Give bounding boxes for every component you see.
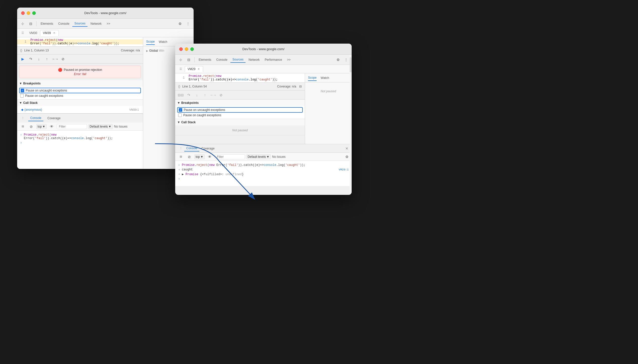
checkbox-uncaught-2[interactable]: ✓	[179, 108, 182, 112]
watch-tab-1[interactable]: Watch	[159, 39, 167, 45]
console-filter-1[interactable]	[57, 124, 87, 129]
maximize-button-1[interactable]	[32, 11, 36, 15]
callstack-diamond-1: ◆	[21, 108, 23, 111]
coverage-tab-1[interactable]: Coverage	[45, 115, 63, 121]
device-icon-2[interactable]: ⊟	[185, 56, 192, 63]
format-icon-2[interactable]: {}	[178, 85, 180, 88]
step-btn-2[interactable]: →→	[209, 92, 217, 99]
scope-tab-2[interactable]: Scope	[308, 75, 317, 81]
more-icon-2[interactable]: ⋮	[343, 56, 350, 63]
inspect-icon-2[interactable]: ⊹	[177, 56, 184, 63]
debugger-toolbar-2: ⊟⊟ ↷ ↓ ↑ →→ ⊘	[175, 90, 305, 100]
console-panel-icon-1[interactable]: ⊟	[19, 123, 26, 130]
resume-btn-2[interactable]: ↷	[185, 92, 192, 99]
callstack-header-1[interactable]: ▼ Call Stack	[17, 100, 143, 106]
file-tab-vm39-close[interactable]: ✕	[52, 31, 56, 35]
scope-arrow-1: ▶	[146, 49, 148, 52]
tab-elements-1[interactable]: Elements	[39, 21, 55, 26]
checkbox-caught-1[interactable]	[20, 94, 24, 98]
close-button-1[interactable]	[21, 11, 25, 15]
sidebar-toggle-2[interactable]: ☰	[177, 66, 184, 73]
clear-icon-1[interactable]: ⊘	[28, 123, 35, 130]
breakpoint-uncaught-2[interactable]: ✓ Pause on uncaught exceptions	[177, 107, 303, 113]
tab-sources-1[interactable]: Sources	[72, 21, 87, 27]
console-panel-2[interactable]: ⊟	[177, 153, 184, 160]
close-button-2[interactable]	[179, 47, 183, 51]
callstack-item-1: ◆ (anonymous) VM39:1	[19, 107, 141, 112]
console-tab-2[interactable]: Console	[184, 145, 199, 151]
watch-tab-2[interactable]: Watch	[321, 75, 329, 81]
more-icon-1[interactable]: ⋮	[185, 20, 192, 27]
breakpoints-label-1: Breakpoints	[23, 82, 41, 85]
coverage-tab-2[interactable]: Coverage	[199, 146, 217, 151]
settings-icon-2[interactable]: ⚙	[335, 56, 342, 63]
scroll-thumb-2[interactable]	[350, 57, 352, 72]
coverage-status-2: Coverage: n/a	[277, 85, 296, 88]
levels-dropdown-2[interactable]: Default levels ▼	[247, 154, 271, 159]
deactivate-btn-1[interactable]: ⊘	[59, 55, 67, 63]
pause-btn-2[interactable]: ⊟⊟	[177, 92, 184, 99]
breakpoint-caught-1[interactable]: Pause on caught exceptions	[19, 93, 141, 98]
breakpoints-header-1[interactable]: ▼ Breakpoints	[17, 80, 143, 87]
console-location-2[interactable]: VM29:1	[339, 168, 349, 171]
minimize-button-1[interactable]	[27, 11, 30, 15]
vm29-link[interactable]: VM29:1	[339, 168, 349, 171]
tab-performance-2[interactable]: Performance	[263, 57, 284, 63]
sidebar-toggle-1[interactable]: ☰	[19, 29, 26, 37]
tab-network-1[interactable]: Network	[88, 21, 104, 26]
console-sidebar-1[interactable]: ⋮	[19, 115, 26, 122]
panel-tabs-2: Scope Watch	[305, 73, 352, 82]
callstack-content-1: ◆ (anonymous) VM39:1	[17, 106, 143, 113]
settings-icon-1[interactable]: ⚙	[176, 20, 184, 27]
step-btn-1[interactable]: →→	[51, 55, 58, 63]
file-tab-vm29-close[interactable]: ✕	[197, 67, 200, 71]
console-more-2[interactable]: ⋮	[177, 145, 184, 152]
tab-elements-2[interactable]: Elements	[197, 57, 213, 63]
tab-network-2[interactable]: Network	[247, 57, 262, 63]
tab-more-2[interactable]: >>	[285, 57, 293, 63]
coverage-icon-2[interactable]: ⊟	[299, 85, 302, 88]
step-over-btn-1[interactable]: ↷	[27, 55, 34, 63]
inspect-icon-1[interactable]: ⊹	[19, 20, 26, 27]
step-out-btn-1[interactable]: ↑	[43, 55, 50, 63]
clear-icon-2[interactable]: ⊘	[186, 153, 193, 160]
tab-console-2[interactable]: Console	[214, 57, 229, 63]
w2-right: Scope Watch Not paused	[305, 73, 352, 144]
breakpoints-header-2[interactable]: ▼ Breakpoints	[175, 100, 305, 106]
file-tab-vm29[interactable]: VM29 ✕	[185, 66, 203, 72]
console-filter-2[interactable]	[215, 154, 245, 159]
top-dropdown-1[interactable]: top ▼	[36, 124, 47, 129]
format-icon-1[interactable]: {}	[20, 49, 22, 52]
console-tab-1[interactable]: Console	[28, 115, 43, 121]
console-gear-2[interactable]: ⚙	[344, 154, 350, 160]
deactivate-btn-2[interactable]: ⊘	[218, 92, 225, 99]
levels-dropdown-1[interactable]: Default levels ▼	[88, 124, 113, 129]
checkbox-caught-2[interactable]	[178, 113, 182, 117]
tab-sources-2[interactable]: Sources	[230, 57, 246, 63]
minimize-button-2[interactable]	[185, 47, 188, 51]
breakpoint-caught-2[interactable]: Pause on caught exceptions	[177, 113, 303, 118]
console-bar-1: ⋮ Console Coverage	[17, 113, 143, 123]
step-over-btn-2[interactable]: ↓	[193, 92, 200, 99]
scrollbar-2[interactable]	[350, 55, 352, 195]
close-console-2[interactable]: ✕	[344, 146, 350, 151]
eye-icon-1[interactable]: 👁	[48, 123, 55, 130]
file-tab-vm30[interactable]: VM30	[27, 30, 40, 36]
w2-left: 1 Promise.reject(new Error('fail')).catc…	[175, 73, 305, 144]
breakpoints-label-2: Breakpoints	[181, 101, 199, 105]
close-icon-2[interactable]: ✕	[344, 146, 350, 151]
eye-icon-2[interactable]: 👁	[206, 153, 213, 160]
device-icon-1[interactable]: ⊟	[27, 20, 34, 27]
top-dropdown-2[interactable]: top ▼	[194, 154, 205, 159]
file-tab-vm39[interactable]: VM39 ✕	[40, 30, 58, 36]
checkbox-uncaught-1[interactable]: ✓	[21, 89, 24, 92]
step-into-btn-1[interactable]: ↓	[35, 55, 42, 63]
maximize-button-2[interactable]	[190, 47, 194, 51]
callstack-header-2[interactable]: ▼ Call Stack	[175, 119, 305, 126]
resume-btn-1[interactable]: ▶	[19, 55, 26, 63]
scope-tab-1[interactable]: Scope	[146, 39, 155, 45]
tab-console-1[interactable]: Console	[56, 21, 71, 26]
breakpoint-uncaught-1[interactable]: ✓ Pause on uncaught exceptions	[19, 88, 141, 93]
tab-more-1[interactable]: >>	[105, 21, 112, 26]
step-out-btn-2[interactable]: ↑	[201, 92, 208, 99]
